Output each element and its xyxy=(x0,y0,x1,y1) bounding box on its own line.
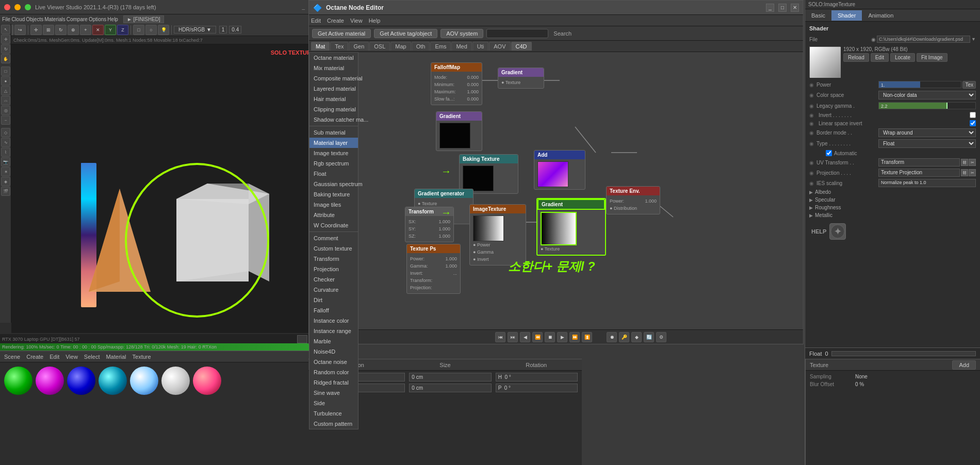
c4d-scene-menu[interactable]: Scene xyxy=(4,354,20,360)
psr-x-rot[interactable] xyxy=(496,373,578,381)
psr-y-size[interactable] xyxy=(409,384,491,392)
tool-cube[interactable]: □ xyxy=(1,67,10,76)
c4d-select-menu[interactable]: Select xyxy=(84,354,100,360)
transport-settings[interactable]: ⚙ xyxy=(656,332,666,342)
dm-comment[interactable]: Comment xyxy=(309,233,358,243)
tab-uti[interactable]: Uti xyxy=(472,42,488,51)
rt-tab-shader[interactable]: Shader xyxy=(831,10,862,21)
dm-composite-material[interactable]: Composite material xyxy=(309,73,358,84)
material-sphere-1[interactable] xyxy=(4,367,32,395)
file-dropdown[interactable]: ▼ xyxy=(971,37,976,42)
invert-checkbox[interactable] xyxy=(970,112,976,118)
c4d-texture-menu[interactable]: Texture xyxy=(133,354,151,360)
dm-curvature[interactable]: Curvature xyxy=(309,285,358,295)
psr-x-size[interactable] xyxy=(409,373,491,381)
uvt-detach-btn[interactable]: ✂ xyxy=(969,159,976,166)
node-texture-ps[interactable]: Texture Ps Power:1.000 Gamma:1.000 Inver… xyxy=(406,244,461,294)
menu-materials[interactable]: Materials xyxy=(44,16,66,22)
dm-attribute[interactable]: Attribute xyxy=(309,210,358,220)
transport-stop[interactable]: ⏹ xyxy=(545,332,555,342)
node-gradient3[interactable]: Gradient ● Texture xyxy=(536,198,606,256)
tool-cone[interactable]: △ xyxy=(1,86,10,95)
oct-menu-create[interactable]: Create xyxy=(327,18,344,24)
fit-image-btn[interactable]: Fit Image xyxy=(917,53,948,62)
node-gradient2[interactable]: Gradient xyxy=(436,111,482,151)
tool-light[interactable]: ☀ xyxy=(1,167,10,176)
menu-objects[interactable]: Objects xyxy=(26,16,43,22)
node-image-texture[interactable]: ImageTexture ● Power ● Gamma ● Invert xyxy=(469,204,526,265)
proj-detach-btn[interactable]: ✂ xyxy=(969,169,976,176)
tool-cyl[interactable]: ⌓ xyxy=(1,96,10,105)
material-sphere-4[interactable] xyxy=(99,367,127,395)
viewport-canvas[interactable]: SOLO TEXTURE: xyxy=(11,44,321,333)
search-label[interactable]: Search xyxy=(553,30,571,37)
c4d-material-menu[interactable]: Material xyxy=(106,354,126,360)
power-tex-btn[interactable]: Tex xyxy=(962,81,976,89)
search-input[interactable] xyxy=(486,29,548,38)
albedo-expander[interactable]: ▶ Albedo xyxy=(807,188,978,196)
dm-projection[interactable]: Projection xyxy=(309,264,358,274)
dm-mix-material[interactable]: Mix material xyxy=(309,63,358,73)
menu-help[interactable]: Help xyxy=(107,16,118,22)
sphere-btn[interactable]: ○ xyxy=(145,25,157,35)
tool-render[interactable]: 🎬 xyxy=(1,187,10,196)
dm-custom-texture[interactable]: Custom texture xyxy=(309,243,358,254)
edit-btn[interactable]: Edit xyxy=(871,53,889,62)
node-add[interactable]: Add xyxy=(534,150,585,190)
get-active-material-btn[interactable]: Get Active material xyxy=(312,29,371,38)
dm-checker[interactable]: Checker xyxy=(309,274,358,285)
rotate-btn[interactable]: ↻ xyxy=(55,25,67,35)
dm-random-color[interactable]: Random color xyxy=(309,367,358,377)
uvt-link-btn[interactable]: ⛓ xyxy=(961,159,968,166)
menu-compare[interactable]: Compare xyxy=(67,16,88,22)
ls-checkbox[interactable] xyxy=(970,120,976,126)
transport-back[interactable]: ◀ xyxy=(520,332,530,342)
dm-hair-material[interactable]: Hair material xyxy=(309,94,358,104)
rt-tab-animation[interactable]: Animation xyxy=(862,10,900,21)
maximize-dot[interactable] xyxy=(25,4,31,10)
node-texture-env[interactable]: Texture Env. Power:1.000 ● Distribution xyxy=(606,186,660,214)
border-mode-dropdown[interactable]: Wrap around Black color White color xyxy=(878,128,976,137)
c4d-edit-menu[interactable]: Edit xyxy=(50,354,59,360)
dm-custom-pattern[interactable]: Custom pattern xyxy=(309,419,358,429)
tab-ems[interactable]: Ems xyxy=(430,42,451,51)
y-btn[interactable]: Y xyxy=(105,25,116,35)
dm-float[interactable]: Float xyxy=(309,169,358,179)
transport-fwd[interactable]: ⏩ xyxy=(569,332,580,342)
menu-options[interactable]: Options xyxy=(89,16,106,22)
light-btn[interactable]: 💡 xyxy=(158,25,169,35)
proj-link-btn[interactable]: ⛓ xyxy=(961,169,968,176)
transport-loop[interactable]: 🔄 xyxy=(644,332,654,342)
add-texture-btn[interactable]: Add xyxy=(952,360,976,370)
dm-ridged-fractal[interactable]: Ridged fractal xyxy=(309,377,358,388)
transport-prev[interactable]: ⏭ xyxy=(508,332,518,342)
rt-tab-basic[interactable]: Basic xyxy=(805,10,831,21)
octane-close-btn[interactable]: ✕ xyxy=(791,4,799,12)
specular-expander[interactable]: ▶ Specular xyxy=(807,196,978,204)
dm-rgb-spectrum[interactable]: Rgb spectrum xyxy=(309,158,358,169)
file-radio[interactable]: ◉ xyxy=(871,37,876,42)
dm-noise4d[interactable]: Noise4D xyxy=(309,346,358,357)
dm-dirt[interactable]: Dirt xyxy=(309,295,358,305)
dm-sine-wave[interactable]: Sine wave xyxy=(309,388,358,398)
node-falloffmap[interactable]: FalloffMap Mode:0.000 Minimum:0.000 Maxi… xyxy=(431,62,482,105)
tab-osl[interactable]: OSL xyxy=(369,42,390,51)
lg-slider[interactable]: 2.2 xyxy=(878,102,976,109)
roughness-expander[interactable]: ▶ Roughness xyxy=(807,204,978,211)
menu-cloud[interactable]: Cloud xyxy=(11,16,25,22)
octane-minimize-btn[interactable]: _ xyxy=(766,4,774,12)
tab-oth[interactable]: Oth xyxy=(412,42,430,51)
dm-image-texture[interactable]: Image texture xyxy=(309,148,358,158)
tool-move[interactable]: ✛ xyxy=(1,35,10,44)
tool-orbit[interactable]: ↻ xyxy=(1,44,10,54)
x-btn[interactable]: ✕ xyxy=(92,25,104,35)
dm-side[interactable]: Side xyxy=(309,398,358,408)
dm-gaussian-spectrum[interactable]: Gaussian spectrum xyxy=(309,179,358,189)
node-gradient1[interactable]: Gradient ● Texture xyxy=(498,68,544,89)
transport-start[interactable]: ⏮ xyxy=(495,332,505,342)
octane-restore-btn[interactable]: □ xyxy=(778,4,787,12)
transport-rev[interactable]: ⏪ xyxy=(532,332,543,342)
colorspace-dropdown[interactable]: Non-color data Linear sRGB xyxy=(878,91,976,99)
tool-spline[interactable]: ~ xyxy=(1,115,10,125)
reload-btn[interactable]: Reload xyxy=(843,53,869,62)
